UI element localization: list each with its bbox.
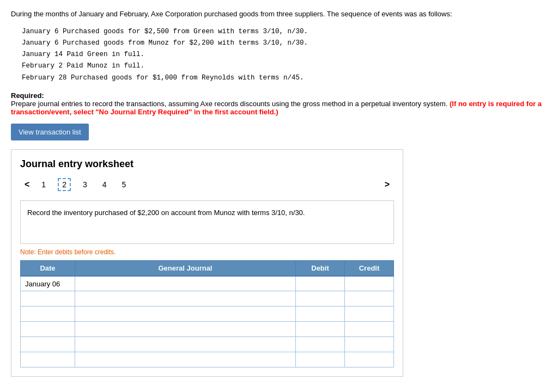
journal-cell-2[interactable]: [75, 291, 296, 307]
table-row: January 06: [21, 276, 394, 291]
table-row: [21, 352, 394, 367]
date-cell-6: [21, 352, 75, 367]
date-cell-3: [21, 307, 75, 322]
credit-input-2[interactable]: [345, 291, 393, 306]
journal-cell-4[interactable]: [75, 322, 296, 337]
intro-paragraph: During the months of January and Februar…: [11, 9, 547, 20]
debit-cell-6[interactable]: [296, 352, 345, 367]
debit-cell-4[interactable]: [296, 322, 345, 337]
date-cell-2: [21, 291, 75, 307]
debit-cell-5[interactable]: [296, 337, 345, 352]
date-cell-4: [21, 322, 75, 337]
worksheet-container: Journal entry worksheet < 1 2 3 4 5 > Re…: [11, 149, 403, 377]
transaction-description: Record the inventory purchased of $2,200…: [20, 200, 394, 244]
debit-input-1[interactable]: [296, 277, 344, 291]
events-list: January 6 Purchased goods for $2,500 fro…: [22, 26, 547, 84]
page-4[interactable]: 4: [99, 179, 110, 190]
debit-input-6[interactable]: [296, 352, 344, 367]
table-row: [21, 337, 394, 352]
required-section: Required: Prepare journal entries to rec…: [11, 91, 547, 116]
page-2-active[interactable]: 2: [58, 178, 71, 191]
page-numbers: 1 2 3 4 5: [38, 178, 129, 191]
header-credit: Credit: [345, 260, 394, 276]
credit-input-4[interactable]: [345, 322, 393, 336]
journal-cell-3[interactable]: [75, 307, 296, 322]
credit-cell-2[interactable]: [345, 291, 394, 307]
credit-cell-4[interactable]: [345, 322, 394, 337]
prev-page-button[interactable]: <: [20, 177, 34, 192]
date-cell-1: January 06: [21, 276, 75, 291]
worksheet-title: Journal entry worksheet: [20, 158, 394, 170]
header-debit: Debit: [296, 260, 345, 276]
note-text: Note: Enter debits before credits.: [20, 248, 394, 256]
journal-cell-5[interactable]: [75, 337, 296, 352]
table-row: [21, 307, 394, 322]
credit-input-1[interactable]: [345, 277, 393, 291]
journal-input-6[interactable]: [75, 352, 295, 367]
journal-table: Date General Journal Debit Credit Januar…: [20, 260, 394, 368]
event-item: January 6 Purchased goods for $2,500 fro…: [22, 26, 547, 38]
event-item: February 2 Paid Munoz in full.: [22, 60, 547, 72]
page-3[interactable]: 3: [80, 179, 90, 190]
journal-input-5[interactable]: [75, 337, 295, 352]
credit-cell-6[interactable]: [345, 352, 394, 367]
credit-cell-5[interactable]: [345, 337, 394, 352]
journal-input-4[interactable]: [75, 322, 295, 336]
header-journal: General Journal: [75, 260, 296, 276]
debit-input-3[interactable]: [296, 307, 344, 321]
credit-input-6[interactable]: [345, 352, 393, 367]
event-item: January 14 Paid Green in full.: [22, 49, 547, 60]
debit-input-2[interactable]: [296, 291, 344, 306]
required-instruction: Prepare journal entries to record the tr…: [11, 100, 447, 108]
debit-input-4[interactable]: [296, 322, 344, 336]
journal-input-3[interactable]: [75, 307, 295, 321]
event-item: January 6 Purchased goods from Munoz for…: [22, 38, 547, 49]
credit-input-5[interactable]: [345, 337, 393, 352]
pagination: < 1 2 3 4 5 >: [20, 177, 394, 192]
debit-cell-2[interactable]: [296, 291, 345, 307]
table-row: [21, 291, 394, 307]
journal-cell-6[interactable]: [75, 352, 296, 367]
page-5[interactable]: 5: [119, 179, 130, 190]
date-cell-5: [21, 337, 75, 352]
debit-cell-3[interactable]: [296, 307, 345, 322]
table-row: [21, 322, 394, 337]
journal-input-1[interactable]: [75, 277, 295, 291]
event-item: February 28 Purchased goods for $1,000 f…: [22, 72, 547, 84]
credit-cell-3[interactable]: [345, 307, 394, 322]
journal-input-2[interactable]: [75, 291, 295, 306]
journal-cell-1[interactable]: [75, 276, 296, 291]
debit-cell-1[interactable]: [296, 276, 345, 291]
page-1[interactable]: 1: [38, 179, 49, 190]
credit-cell-1[interactable]: [345, 276, 394, 291]
debit-input-5[interactable]: [296, 337, 344, 352]
view-transaction-button[interactable]: View transaction list: [11, 124, 89, 140]
required-label: Required:: [11, 91, 44, 100]
credit-input-3[interactable]: [345, 307, 393, 321]
next-page-button[interactable]: >: [380, 177, 394, 192]
header-date: Date: [21, 260, 75, 276]
